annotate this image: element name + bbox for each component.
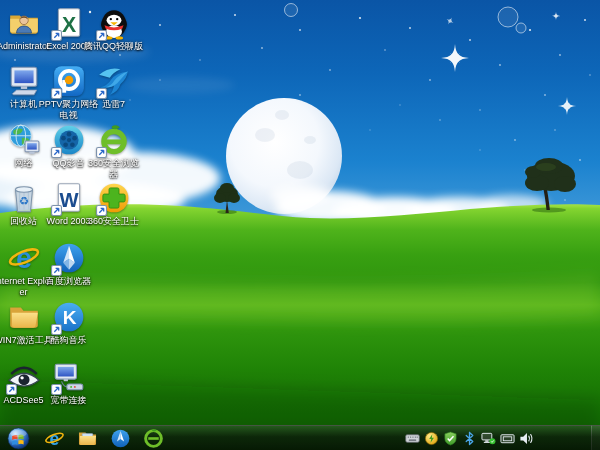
desktop-icon-grid: Administrator X Excel 2003 — [0, 0, 600, 425]
svg-text:e: e — [50, 428, 60, 448]
folder-icon — [7, 300, 41, 334]
start-button[interactable] — [7, 427, 30, 450]
desktop-icon-internet-explorer[interactable]: e Internet Explorer — [1, 241, 46, 298]
desktop-icon-label: 百度浏览器 — [39, 276, 99, 287]
shortcut-arrow-icon — [96, 30, 107, 41]
display-icon[interactable] — [500, 431, 515, 446]
desktop-icon-label: 迅雷7 — [84, 99, 144, 110]
word-icon: W — [52, 181, 86, 215]
thunder-bird-icon — [97, 64, 131, 98]
pptv-icon — [52, 64, 86, 98]
shortcut-arrow-icon — [51, 88, 62, 99]
desktop-icon-xunlei[interactable]: 迅雷7 — [91, 64, 136, 110]
svg-text:e: e — [16, 242, 32, 274]
shortcut-arrow-icon — [96, 205, 107, 216]
svg-text:K: K — [62, 307, 76, 328]
taskbar-360browser-button[interactable] — [137, 426, 170, 450]
shortcut-arrow-icon — [6, 384, 17, 395]
safe-360-icon — [97, 181, 131, 215]
shortcut-arrow-icon — [51, 324, 62, 335]
svg-text:W: W — [59, 189, 79, 211]
desktop-icon-360-safe[interactable]: 360安全卫士 — [91, 181, 136, 227]
excel-icon: X — [52, 6, 86, 40]
shortcut-arrow-icon — [51, 147, 62, 158]
desktop-icon-qq[interactable]: 腾讯QQ轻聊版 — [91, 6, 136, 52]
baidu-compass-icon — [52, 241, 86, 275]
shortcut-arrow-icon — [51, 205, 62, 216]
user-folder-icon — [7, 6, 41, 40]
desktop-icon-baidu-browser[interactable]: 百度浏览器 — [46, 241, 91, 287]
film-reel-icon — [52, 123, 86, 157]
bluetooth-icon[interactable] — [462, 431, 477, 446]
taskbar-explorer-button[interactable] — [71, 426, 104, 450]
taskbar: e — [0, 425, 600, 450]
computer-icon — [7, 64, 41, 98]
360-security-ball-icon[interactable] — [424, 431, 439, 446]
broadband-icon — [52, 360, 86, 394]
ie-icon: e — [7, 241, 41, 275]
volume-icon[interactable] — [519, 431, 534, 446]
shortcut-arrow-icon — [96, 147, 107, 158]
qq-penguin-icon — [97, 6, 131, 40]
network-status-icon[interactable] — [481, 431, 496, 446]
kugou-icon: K — [52, 300, 86, 334]
desktop-icon-360-browser[interactable]: 360安全浏览器 — [91, 123, 136, 180]
security-shield-icon[interactable] — [443, 431, 458, 446]
desktop-icon-kugou[interactable]: K 酷狗音乐 — [46, 300, 91, 346]
eye-icon — [7, 360, 41, 394]
taskbar-ie-button[interactable]: e — [38, 426, 71, 450]
desktop-icon-label: 宽带连接 — [39, 395, 99, 406]
shortcut-arrow-icon — [96, 88, 107, 99]
desktop-icon-label: 360安全浏览器 — [84, 158, 144, 180]
shortcut-arrow-icon — [51, 265, 62, 276]
svg-text:X: X — [61, 13, 75, 37]
desktop-icon-label: 腾讯QQ轻聊版 — [84, 41, 144, 52]
taskbar-baidu-button[interactable] — [104, 426, 137, 450]
desktop-icon-label: 酷狗音乐 — [39, 335, 99, 346]
system-tray — [405, 431, 534, 446]
network-globe-icon — [7, 123, 41, 157]
shortcut-arrow-icon — [51, 384, 62, 395]
input-keyboard-icon[interactable] — [405, 431, 420, 446]
desktop: Administrator X Excel 2003 — [0, 0, 600, 450]
shortcut-arrow-icon — [51, 30, 62, 41]
desktop-icon-broadband[interactable]: 宽带连接 — [46, 360, 91, 406]
browser-360-icon — [97, 123, 131, 157]
desktop-icon-label: 360安全卫士 — [84, 216, 144, 227]
desktop-icon-pptv[interactable]: PPTV聚力网络电视 — [46, 64, 91, 121]
recycle-bin-icon: ♻ — [7, 181, 41, 215]
svg-text:♻: ♻ — [18, 194, 28, 207]
